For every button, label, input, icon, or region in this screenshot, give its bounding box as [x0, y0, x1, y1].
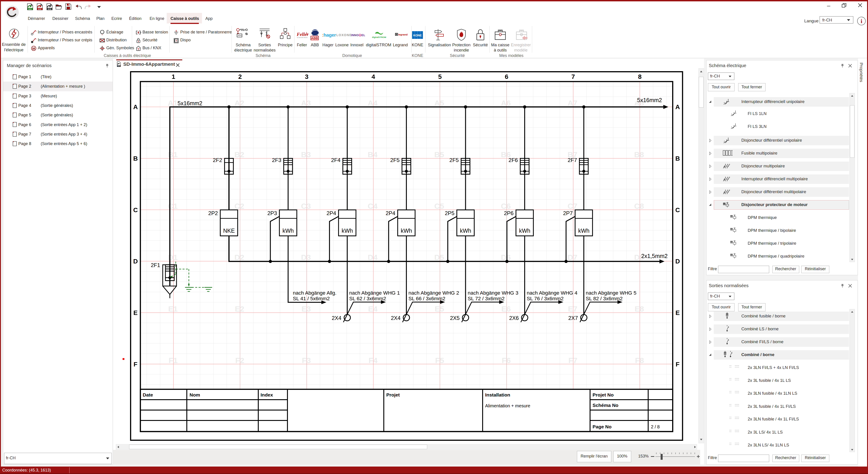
svg-text:D3: D3 [301, 253, 311, 262]
svg-text:B8: B8 [634, 150, 644, 159]
svg-text:2F6: 2F6 [508, 157, 518, 163]
svg-text:2F4: 2F4 [331, 157, 340, 163]
svg-text:2 / 8: 2 / 8 [651, 424, 660, 429]
svg-text:kWh: kWh [460, 228, 471, 234]
svg-text:2: 2 [238, 73, 242, 80]
svg-text:KONE: KONE [413, 34, 422, 37]
svg-text:A5: A5 [434, 99, 444, 107]
svg-text:2F5: 2F5 [390, 157, 400, 163]
svg-text:2x1,5mm2: 2x1,5mm2 [641, 253, 668, 259]
svg-text:C5: C5 [434, 202, 444, 210]
svg-text:5x16mm2: 5x16mm2 [178, 100, 203, 106]
svg-text:F3: F3 [302, 356, 311, 365]
svg-text:2F3: 2F3 [272, 157, 281, 163]
svg-text:nach Abgänge WHG 2: nach Abgänge WHG 2 [408, 290, 459, 296]
svg-text:E: E [133, 309, 138, 316]
svg-text:2F2: 2F2 [213, 157, 222, 163]
svg-text:M: M [32, 46, 35, 50]
svg-text:8: 8 [638, 73, 642, 80]
svg-text:5x16mm2: 5x16mm2 [637, 97, 662, 103]
svg-text:D1: D1 [168, 253, 178, 262]
svg-text:2P2: 2P2 [208, 210, 218, 216]
svg-text:i: i [861, 18, 862, 24]
svg-text:B1: B1 [168, 150, 178, 159]
svg-text:Nom: Nom [189, 392, 200, 397]
svg-text:A6: A6 [501, 99, 511, 107]
svg-text:D4: D4 [368, 253, 378, 262]
svg-text:F6: F6 [502, 356, 511, 365]
svg-text:A2: A2 [234, 99, 244, 107]
svg-text:D: D [675, 258, 680, 265]
svg-text:Schéma No: Schéma No [592, 403, 618, 408]
svg-text:Page No: Page No [592, 424, 612, 429]
svg-text:2P4: 2P4 [385, 210, 395, 216]
svg-text:C1: C1 [168, 202, 178, 210]
svg-text:SL 82 / 3x6mm2: SL 82 / 3x6mm2 [586, 296, 623, 301]
svg-text:Date: Date [143, 392, 153, 397]
svg-text:2F7: 2F7 [568, 157, 577, 163]
svg-text:F8: F8 [635, 356, 644, 365]
svg-text:Index: Index [260, 392, 273, 397]
svg-text:2X4: 2X4 [332, 315, 341, 321]
svg-text:B3: B3 [301, 150, 311, 159]
svg-text:RCS: RCS [48, 8, 51, 10]
svg-text:ABB: ABB [311, 36, 318, 40]
svg-text:E4: E4 [368, 305, 378, 313]
svg-text:digitalSTROM: digitalSTROM [372, 36, 386, 38]
svg-text:Installation: Installation [485, 392, 510, 397]
svg-text:kWh: kWh [578, 228, 589, 234]
svg-text:SL 62 / 3x6mm2: SL 62 / 3x6mm2 [349, 296, 386, 301]
svg-text:E3: E3 [302, 305, 311, 313]
svg-text:nach Abgänge WHG 1: nach Abgänge WHG 1 [349, 290, 400, 296]
svg-text:+: + [239, 34, 240, 37]
svg-text:Projet No: Projet No [592, 392, 614, 397]
svg-text:A4: A4 [368, 99, 378, 107]
svg-text:C: C [133, 206, 138, 213]
svg-text:C7: C7 [567, 202, 577, 210]
svg-text:kWh: kWh [341, 228, 353, 234]
svg-text:A: A [675, 103, 680, 110]
svg-text:SL 66 / 3x6mm2: SL 66 / 3x6mm2 [408, 296, 445, 301]
svg-text:nach Abgänge WHG 5: nach Abgänge WHG 5 [586, 290, 637, 296]
svg-text:D5: D5 [434, 253, 444, 262]
svg-text:RCP: RCP [38, 8, 41, 10]
svg-text:2P6: 2P6 [504, 210, 514, 216]
svg-text:legrand: legrand [398, 33, 408, 36]
svg-text:F: F [676, 361, 679, 368]
svg-text:B2: B2 [234, 150, 244, 159]
svg-text:2X7: 2X7 [568, 315, 578, 321]
svg-text:B: B [675, 155, 680, 162]
svg-text:−: − [240, 34, 242, 37]
svg-text:E7: E7 [568, 305, 578, 313]
svg-text:A1: A1 [168, 99, 178, 107]
svg-text:B4: B4 [368, 150, 378, 159]
svg-text:C8: C8 [634, 202, 644, 210]
svg-text:B5: B5 [434, 150, 444, 159]
svg-text:A7: A7 [567, 99, 577, 107]
svg-text:C2: C2 [234, 202, 244, 210]
svg-text:2F5: 2F5 [450, 157, 459, 163]
svg-text:nach Abgänge WHG 3: nach Abgänge WHG 3 [468, 290, 518, 296]
svg-text:kWh: kWh [282, 228, 294, 234]
svg-text:RCS: RCS [118, 66, 120, 67]
svg-text:2P7: 2P7 [563, 210, 573, 216]
svg-text:C3: C3 [301, 202, 311, 210]
svg-text:NKE: NKE [223, 228, 235, 234]
svg-text:Projet: Projet [386, 392, 400, 397]
svg-text:1: 1 [172, 73, 175, 80]
svg-text:B: B [133, 155, 138, 162]
svg-text:2X6: 2X6 [509, 315, 519, 321]
svg-text:F7: F7 [568, 356, 578, 365]
svg-text:F4: F4 [368, 356, 377, 365]
svg-text:D: D [133, 258, 138, 265]
svg-text:E2: E2 [235, 305, 244, 313]
svg-text:A3: A3 [301, 99, 311, 107]
svg-text:3: 3 [305, 73, 308, 80]
svg-text:F1: F1 [169, 356, 178, 365]
svg-text:F5: F5 [435, 356, 444, 365]
svg-text:F2: F2 [235, 356, 244, 365]
svg-text:SL 76 / 3x6mm2: SL 76 / 3x6mm2 [527, 296, 564, 301]
svg-text:E8: E8 [634, 305, 644, 313]
svg-text:2X5: 2X5 [450, 315, 460, 321]
svg-text:by Schneider Electric: by Schneider Electric [297, 37, 308, 38]
